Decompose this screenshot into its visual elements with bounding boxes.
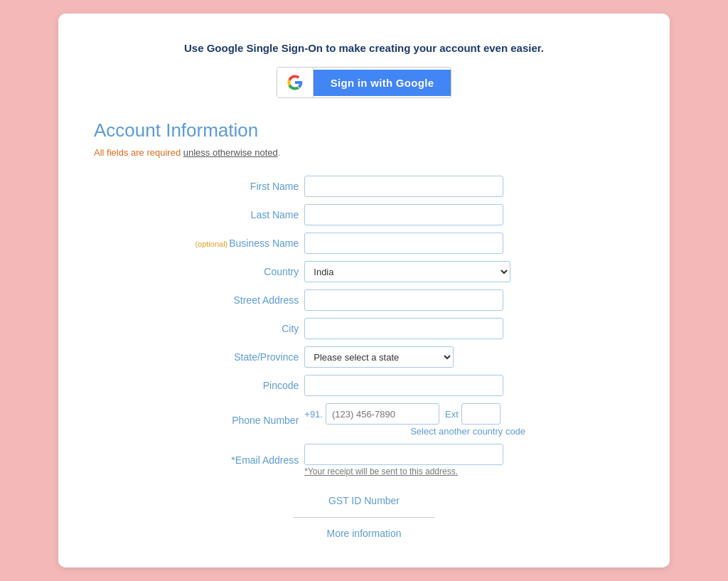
phone-inputs-wrapper: +91. Ext	[304, 403, 631, 425]
main-card: Use Google Single Sign-On to make creati…	[58, 14, 670, 567]
business-name-cell	[301, 229, 634, 257]
email-label: *Email Address	[94, 440, 301, 480]
phone-row: Phone Number +91. Ext Select another cou…	[94, 400, 634, 440]
street-address-input[interactable]	[304, 289, 503, 311]
city-row: City	[94, 314, 634, 343]
business-name-label: (optional)Business Name	[94, 229, 301, 257]
sign-in-with-google-button[interactable]: Sign in with Google	[277, 67, 452, 98]
last-name-input[interactable]	[304, 204, 503, 225]
first-name-input[interactable]	[304, 176, 503, 197]
street-address-label: Street Address	[94, 286, 301, 314]
phone-number-input[interactable]	[326, 403, 439, 425]
more-information-link[interactable]: More information	[94, 528, 634, 539]
pincode-cell	[301, 371, 634, 400]
google-btn-label: Sign in with Google	[314, 70, 451, 96]
city-label: City	[94, 314, 301, 343]
ext-label: Ext	[445, 409, 459, 420]
email-input[interactable]	[304, 444, 503, 465]
fields-note-prefix: All fields are required	[94, 147, 183, 158]
state-cell: Please select a state	[301, 343, 634, 371]
first-name-cell	[301, 172, 634, 201]
sso-title: Use Google Single Sign-On to make creati…	[94, 42, 634, 54]
business-name-input[interactable]	[304, 233, 503, 254]
select-country-code-link[interactable]: Select another country code	[304, 426, 631, 437]
phone-label: Phone Number	[94, 400, 301, 440]
email-note-suffix: be sent to this address.	[368, 467, 458, 476]
first-name-row: First Name	[94, 172, 634, 201]
street-address-row: Street Address	[94, 286, 634, 314]
phone-cell: +91. Ext Select another country code	[301, 400, 634, 440]
state-label: State/Province	[94, 343, 301, 371]
country-cell: India	[301, 257, 634, 286]
first-name-label: First Name	[94, 172, 301, 201]
email-row: *Email Address *Your receipt will be sen…	[94, 440, 634, 480]
google-icon-wrapper	[277, 68, 314, 97]
section-heading: Account Information	[94, 119, 634, 142]
fields-note-suffix: .	[278, 147, 281, 158]
sso-section: Use Google Single Sign-On to make creati…	[94, 42, 634, 98]
last-name-row: Last Name	[94, 201, 634, 229]
email-cell: *Your receipt will be sent to this addre…	[301, 440, 634, 480]
email-note-link: will	[355, 467, 368, 476]
account-form-table: First Name Last Name (optional)Business …	[94, 172, 634, 480]
section-divider	[293, 517, 435, 518]
phone-prefix: +91.	[304, 409, 323, 420]
city-input[interactable]	[304, 318, 503, 339]
country-select[interactable]: India	[304, 261, 510, 282]
last-name-label: Last Name	[94, 201, 301, 229]
pincode-row: Pincode	[94, 371, 634, 400]
pincode-input[interactable]	[304, 375, 503, 396]
business-name-optional: (optional)	[195, 240, 228, 248]
email-note-prefix: *Your receipt	[304, 467, 355, 476]
country-label: Country	[94, 257, 301, 286]
gst-section: GST ID Number More information	[94, 494, 634, 539]
street-address-cell	[301, 286, 634, 314]
country-row: Country India	[94, 257, 634, 286]
fields-note-link: unless otherwise noted	[183, 147, 278, 158]
account-information-section: Account Information All fields are requi…	[94, 119, 634, 539]
gst-id-number-link[interactable]: GST ID Number	[328, 495, 400, 506]
last-name-cell	[301, 201, 634, 229]
business-name-row: (optional)Business Name	[94, 229, 634, 257]
google-g-icon	[287, 75, 303, 90]
email-note: *Your receipt will be sent to this addre…	[304, 467, 631, 476]
state-row: State/Province Please select a state	[94, 343, 634, 371]
state-select[interactable]: Please select a state	[304, 346, 454, 368]
city-cell	[301, 314, 634, 343]
pincode-label: Pincode	[94, 371, 301, 400]
phone-ext-input[interactable]	[461, 403, 500, 425]
fields-note: All fields are required unless otherwise…	[94, 147, 634, 158]
